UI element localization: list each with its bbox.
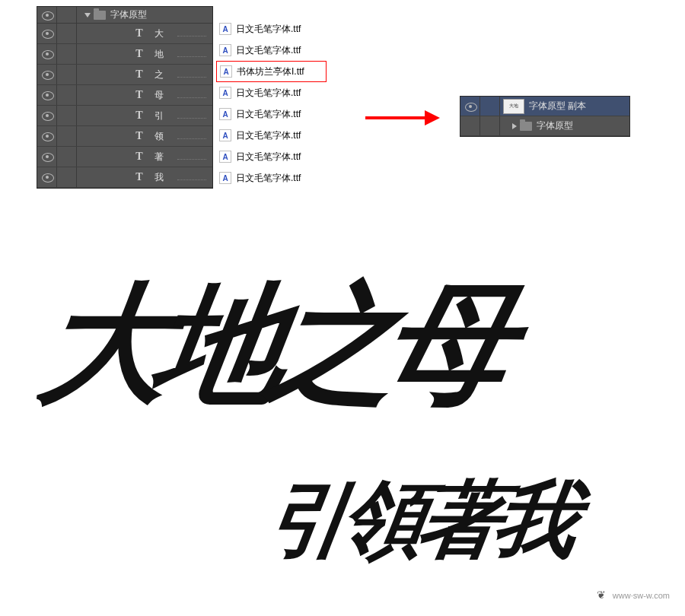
layer-label[interactable]: 地 <box>155 48 173 61</box>
dots <box>177 97 206 98</box>
visibility-toggle[interactable] <box>37 85 57 105</box>
font-file-name: 书体坊兰亭体I.ttf <box>237 65 304 78</box>
text-layer-row[interactable]: T 我 <box>37 167 212 188</box>
empty-cell <box>480 116 500 135</box>
dots <box>177 77 206 78</box>
empty-cell <box>57 106 77 125</box>
collapse-icon[interactable] <box>84 13 91 17</box>
visibility-toggle[interactable] <box>37 126 57 146</box>
layer-label[interactable]: 字体原型 副本 <box>529 100 586 113</box>
eye-icon <box>42 112 53 119</box>
indent <box>77 106 106 125</box>
empty-cell <box>57 167 77 187</box>
eye-icon <box>42 71 53 78</box>
font-file-name: 日文毛笔字体.ttf <box>236 44 301 57</box>
type-icon: T <box>133 131 145 141</box>
type-icon: T <box>133 69 145 80</box>
eye-icon <box>465 103 476 110</box>
visibility-toggle[interactable] <box>460 97 480 116</box>
text-layer-row[interactable]: T 母 <box>37 85 212 106</box>
layer-label[interactable]: 之 <box>155 68 173 81</box>
dots <box>177 36 206 37</box>
font-file-icon <box>219 87 231 99</box>
visibility-toggle[interactable] <box>37 106 57 125</box>
font-file-name: 日文毛笔字体.ttf <box>236 23 301 36</box>
arrow-line <box>365 116 425 119</box>
empty-cell <box>57 7 77 23</box>
font-file-item[interactable]: 日文毛笔字体.ttf <box>216 146 327 167</box>
layer-label[interactable]: 我 <box>155 171 173 184</box>
group-label[interactable]: 字体原型 <box>110 8 147 21</box>
visibility-toggle[interactable] <box>37 167 57 187</box>
layer-thumbnail[interactable]: 大地 <box>503 99 524 114</box>
text-layer-row[interactable]: T 地 <box>37 44 212 65</box>
font-file-item[interactable]: 书体坊兰亭体I.ttf <box>216 61 327 82</box>
dots <box>177 118 206 119</box>
arrow-indicator <box>365 110 440 125</box>
layers-panel-right: 大地 字体原型 副本 字体原型 <box>460 96 630 137</box>
empty-cell <box>57 147 77 167</box>
font-file-item[interactable]: 日文毛笔字体.ttf <box>216 167 327 189</box>
layer-label[interactable]: 大 <box>155 27 173 40</box>
layer-label[interactable]: 母 <box>155 89 173 102</box>
empty-cell <box>57 85 77 105</box>
smart-object-layer[interactable]: 大地 字体原型 副本 <box>460 97 629 116</box>
layer-label[interactable]: 引 <box>155 110 173 122</box>
layers-panel-left: 字体原型 T 大 T 地 T 之 T 母 T 引 <box>37 6 213 189</box>
visibility-toggle[interactable] <box>460 116 480 135</box>
text-layer-row[interactable]: T 著 <box>37 147 212 167</box>
font-file-name: 日文毛笔字体.ttf <box>236 172 301 185</box>
watermark-text: www·sw-w.com <box>613 591 670 600</box>
folder-icon <box>94 11 106 20</box>
watermark: ❦ www·sw-w.com <box>597 589 670 601</box>
font-file-list: 日文毛笔字体.ttf 日文毛笔字体.ttf 书体坊兰亭体I.ttf 日文毛笔字体… <box>216 18 327 189</box>
eye-icon <box>42 30 53 37</box>
eye-icon <box>42 91 53 99</box>
layer-group-row[interactable]: 字体原型 <box>460 116 629 136</box>
type-icon: T <box>133 151 145 162</box>
font-file-item[interactable]: 日文毛笔字体.ttf <box>216 125 327 146</box>
visibility-toggle[interactable] <box>37 7 57 23</box>
type-icon: T <box>133 90 145 100</box>
indent <box>77 44 106 64</box>
layer-label[interactable]: 领 <box>155 130 173 143</box>
type-icon: T <box>133 110 145 121</box>
indent <box>77 65 106 84</box>
group-label[interactable]: 字体原型 <box>537 119 573 132</box>
indent <box>77 85 106 105</box>
watermark-icon: ❦ <box>597 589 606 601</box>
expand-icon[interactable] <box>512 123 517 129</box>
visibility-toggle[interactable] <box>37 65 57 84</box>
dots <box>177 179 206 180</box>
dots <box>177 138 206 139</box>
dots <box>177 56 206 57</box>
text-layer-row[interactable]: T 领 <box>37 126 212 147</box>
font-file-icon <box>220 65 232 78</box>
font-file-icon <box>219 129 231 141</box>
font-file-item[interactable]: 日文毛笔字体.ttf <box>216 18 327 40</box>
type-icon: T <box>133 28 145 39</box>
eye-icon <box>42 132 53 140</box>
visibility-toggle[interactable] <box>37 24 57 43</box>
visibility-toggle[interactable] <box>37 147 57 167</box>
text-layer-row[interactable]: T 之 <box>37 65 212 85</box>
text-layer-row[interactable]: T 引 <box>37 106 212 126</box>
empty-cell <box>57 126 77 146</box>
dots <box>177 159 206 160</box>
text-layer-row[interactable]: T 大 <box>37 24 212 44</box>
indent <box>77 24 106 43</box>
calligraphy-sub-text: 引領著我 <box>259 464 579 577</box>
font-file-icon <box>219 172 231 184</box>
layer-label[interactable]: 著 <box>155 151 173 164</box>
calligraphy-main-text: 大地之母 <box>30 259 511 433</box>
font-file-item[interactable]: 日文毛笔字体.ttf <box>216 40 327 61</box>
font-file-item[interactable]: 日文毛笔字体.ttf <box>216 103 327 125</box>
layer-group-header[interactable]: 字体原型 <box>37 7 212 24</box>
font-file-icon <box>219 151 231 163</box>
eye-icon <box>42 153 53 160</box>
empty-cell <box>480 97 500 116</box>
font-file-item[interactable]: 日文毛笔字体.ttf <box>216 82 327 103</box>
font-file-icon <box>219 44 231 56</box>
visibility-toggle[interactable] <box>37 44 57 64</box>
empty-cell <box>57 65 77 84</box>
